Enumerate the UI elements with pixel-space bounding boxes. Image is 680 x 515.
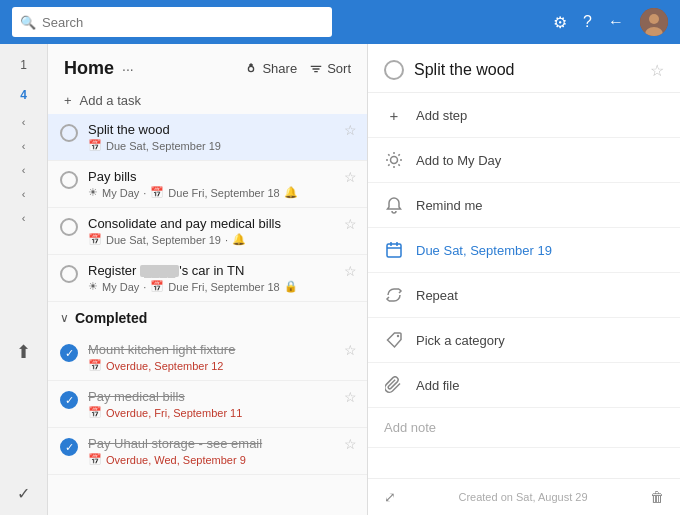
task-title-pay-medical-bills: Pay medical bills	[88, 389, 340, 404]
task-content-split-wood: Split the wood 📅 Due Sat, September 19	[88, 122, 340, 152]
add-task-label: Add a task	[80, 93, 141, 108]
add-step-row[interactable]: + Add step	[368, 93, 680, 138]
repeat-row[interactable]: Repeat	[368, 273, 680, 318]
task-content-kitchen-light: Mount kitchen light fixture 📅 Overdue, S…	[88, 342, 340, 372]
task-title-kitchen-light: Mount kitchen light fixture	[88, 342, 340, 357]
task-star-split-wood[interactable]: ☆	[344, 122, 357, 138]
task-meta-pay-medical-bills: 📅 Overdue, Fri, September 11	[88, 406, 340, 419]
due-date-row[interactable]: Due Sat, September 19	[368, 228, 680, 273]
task-checkbox-pay-medical-bills[interactable]: ✓	[60, 391, 78, 409]
search-bar[interactable]: 🔍	[12, 7, 332, 37]
detail-star[interactable]: ☆	[650, 61, 664, 80]
add-to-my-day-row[interactable]: Add to My Day	[368, 138, 680, 183]
svg-point-4	[391, 157, 398, 164]
sun-icon-1: ☀	[88, 186, 98, 199]
svg-line-10	[398, 164, 399, 165]
share-button[interactable]: Share	[244, 61, 297, 76]
settings-icon[interactable]: ⚙	[553, 13, 567, 32]
task-content-register-car: Register ████'s car in TN ☀ My Day · 📅 D…	[88, 263, 340, 293]
task-item-uhaul-storage[interactable]: ✓ Pay Uhaul storage - see email 📅 Overdu…	[48, 428, 367, 475]
calendar-icon-1: 📅	[88, 139, 102, 152]
task-title-split-wood: Split the wood	[88, 122, 340, 137]
svg-line-9	[388, 154, 389, 155]
task-checkbox-split-wood[interactable]	[60, 124, 78, 142]
delete-icon[interactable]: 🗑	[650, 489, 664, 505]
task-content-pay-bills: Pay bills ☀ My Day · 📅 Due Fri, Septembe…	[88, 169, 340, 199]
pick-category-row[interactable]: Pick a category	[368, 318, 680, 363]
sort-button[interactable]: Sort	[309, 61, 351, 76]
bell-icon	[384, 195, 404, 215]
add-note-placeholder[interactable]: Add note	[384, 420, 436, 435]
sidebar-chevron-5[interactable]: ‹	[22, 208, 26, 228]
task-title-uhaul-storage: Pay Uhaul storage - see email	[88, 436, 340, 451]
task-checkbox-consolidate-bills[interactable]	[60, 218, 78, 236]
task-star-pay-bills[interactable]: ☆	[344, 169, 357, 185]
main-area: 1 4 ‹ ‹ ‹ ‹ ‹ ⬆ ✓ Home ··· Share	[0, 44, 680, 515]
sidebar-check-icon[interactable]: ✓	[17, 484, 30, 503]
sidebar-num-4[interactable]: 4	[0, 82, 47, 108]
task-content-pay-medical-bills: Pay medical bills 📅 Overdue, Fri, Septem…	[88, 389, 340, 419]
add-note-row[interactable]: Add note	[368, 408, 680, 448]
task-star-kitchen-light[interactable]: ☆	[344, 342, 357, 358]
detail-footer: ⤢ Created on Sat, August 29 🗑	[368, 478, 680, 515]
task-item-pay-bills[interactable]: Pay bills ☀ My Day · 📅 Due Fri, Septembe…	[48, 161, 367, 208]
remind-me-row[interactable]: Remind me	[368, 183, 680, 228]
task-star-register-car[interactable]: ☆	[344, 263, 357, 279]
task-item-split-wood[interactable]: Split the wood 📅 Due Sat, September 19 ☆	[48, 114, 367, 161]
svg-point-1	[649, 14, 659, 24]
task-star-uhaul-storage[interactable]: ☆	[344, 436, 357, 452]
add-task-row[interactable]: + Add a task	[48, 87, 367, 114]
task-item-consolidate-bills[interactable]: Consolidate and pay medical bills 📅 Due …	[48, 208, 367, 255]
task-star-consolidate-bills[interactable]: ☆	[344, 216, 357, 232]
task-meta-kitchen-light: 📅 Overdue, September 12	[88, 359, 340, 372]
task-item-kitchen-light[interactable]: ✓ Mount kitchen light fixture 📅 Overdue,…	[48, 334, 367, 381]
share-label: Share	[262, 61, 297, 76]
back-icon[interactable]: ←	[608, 13, 624, 31]
task-meta-register-car: ☀ My Day · 📅 Due Fri, September 18 🔒	[88, 280, 340, 293]
task-star-pay-medical-bills[interactable]: ☆	[344, 389, 357, 405]
svg-line-12	[388, 164, 389, 165]
task-title-pay-bills: Pay bills	[88, 169, 340, 184]
remind-me-label: Remind me	[416, 198, 482, 213]
task-item-register-car[interactable]: Register ████'s car in TN ☀ My Day · 📅 D…	[48, 255, 367, 302]
task-checkbox-pay-bills[interactable]	[60, 171, 78, 189]
search-input[interactable]	[42, 15, 324, 30]
expand-icon[interactable]: ⤢	[384, 489, 396, 505]
completed-chevron-icon: ∨	[60, 311, 69, 325]
task-checkbox-kitchen-light[interactable]: ✓	[60, 344, 78, 362]
svg-point-3	[249, 66, 254, 71]
sidebar-chevron-3[interactable]: ‹	[22, 160, 26, 180]
tag-icon	[384, 330, 404, 350]
avatar[interactable]	[640, 8, 668, 36]
completed-section-header[interactable]: ∨ Completed	[48, 302, 367, 334]
task-checkbox-register-car[interactable]	[60, 265, 78, 283]
sidebar-chevron-2[interactable]: ‹	[22, 136, 26, 156]
sun-icon-2: ☀	[88, 280, 98, 293]
detail-panel: Split the wood ☆ + Add step	[368, 44, 680, 515]
task-content-consolidate-bills: Consolidate and pay medical bills 📅 Due …	[88, 216, 340, 246]
sort-label: Sort	[327, 61, 351, 76]
calendar-icon-2: 📅	[150, 186, 164, 199]
panel-dots[interactable]: ···	[122, 61, 134, 77]
help-icon[interactable]: ?	[583, 13, 592, 31]
svg-line-11	[398, 154, 399, 155]
sidebar-num-1[interactable]: 1	[0, 52, 47, 78]
sidebar-upload-icon[interactable]: ⬆	[16, 341, 31, 363]
sidebar-chevron-4[interactable]: ‹	[22, 184, 26, 204]
detail-checkbox[interactable]	[384, 60, 404, 80]
sidebar-chevron-1[interactable]: ‹	[22, 112, 26, 132]
repeat-label: Repeat	[416, 288, 458, 303]
task-meta-split-wood: 📅 Due Sat, September 19	[88, 139, 340, 152]
detail-footer-left-icons: ⤢	[384, 489, 396, 505]
add-file-row[interactable]: Add file	[368, 363, 680, 408]
add-step-icon: +	[384, 105, 404, 125]
svg-point-17	[397, 335, 399, 337]
task-list: Split the wood 📅 Due Sat, September 19 ☆…	[48, 114, 367, 515]
calendar-icon-4: 📅	[150, 280, 164, 293]
task-checkbox-uhaul-storage[interactable]: ✓	[60, 438, 78, 456]
task-item-pay-medical-bills[interactable]: ✓ Pay medical bills 📅 Overdue, Fri, Sept…	[48, 381, 367, 428]
calendar-icon-7: 📅	[88, 453, 102, 466]
calendar-icon	[384, 240, 404, 260]
add-step-label: Add step	[416, 108, 467, 123]
topbar: 🔍 ⚙ ? ←	[0, 0, 680, 44]
